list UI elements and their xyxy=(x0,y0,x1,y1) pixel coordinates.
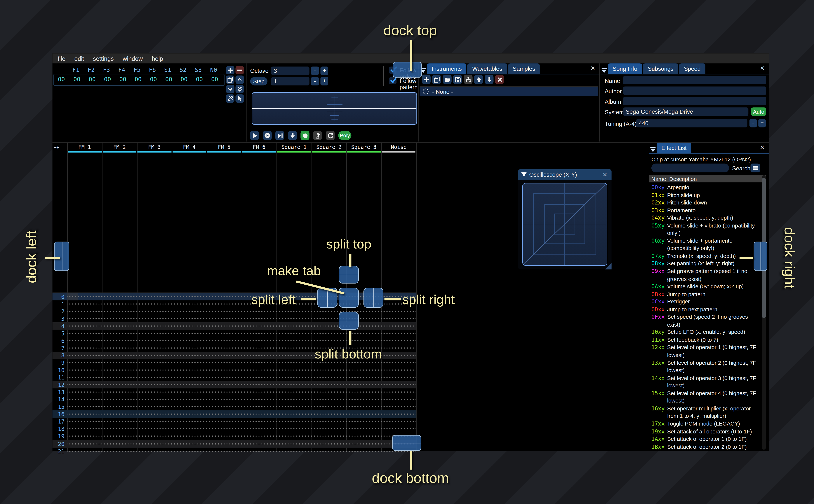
effect-row-05xy[interactable]: 05xy Volume slide + vibrato (compatibili… xyxy=(649,222,761,237)
effect-row-09xx[interactable]: 09xx Set groove pattern (speed 1 if no g… xyxy=(649,267,761,283)
divider[interactable] xyxy=(600,63,600,141)
effect-row-02xx[interactable]: 02xx Pitch slide down xyxy=(649,199,761,206)
tuning-plus-button[interactable]: + xyxy=(758,119,766,127)
metronome-button[interactable] xyxy=(313,131,322,140)
copy-button[interactable] xyxy=(432,75,441,84)
effect-row-03xx[interactable]: 03xx Portamento xyxy=(649,206,761,214)
order-column-F6[interactable]: F6 xyxy=(145,67,160,73)
author-field[interactable] xyxy=(623,86,766,95)
tuning-input[interactable]: 440 xyxy=(636,119,747,127)
order-cell[interactable]: 00 xyxy=(85,76,100,83)
pattern-row-15[interactable]: 15 xyxy=(53,403,417,411)
name-field[interactable] xyxy=(623,76,766,85)
effect-row-1Bxx[interactable]: 1Bxx Set attack of operator 2 (0 to 1F) xyxy=(649,443,761,450)
pattern-corner[interactable]: ++ xyxy=(53,145,59,150)
dock-bottom-button[interactable] xyxy=(392,435,421,451)
close-icon[interactable]: ✕ xyxy=(760,144,765,151)
empty-note-cells[interactable] xyxy=(67,425,416,433)
octave-input[interactable]: 3 xyxy=(271,67,309,75)
step-label[interactable]: Step xyxy=(250,77,267,85)
empty-note-cells[interactable] xyxy=(67,315,416,322)
pattern-row-10[interactable]: 10 xyxy=(53,366,417,374)
split-top-button[interactable] xyxy=(339,266,359,284)
empty-note-cells[interactable] xyxy=(67,381,416,389)
record-button[interactable] xyxy=(300,131,309,140)
order-cell[interactable]: 00 xyxy=(115,76,130,83)
channel-header-fm-2[interactable]: FM 2 xyxy=(102,143,137,154)
pattern-row-12[interactable]: 12 xyxy=(53,381,417,389)
folder-open-button[interactable] xyxy=(443,75,452,84)
arrow-up-button[interactable] xyxy=(474,75,483,84)
order-cell[interactable]: 00 xyxy=(192,76,207,83)
empty-note-cells[interactable] xyxy=(67,307,416,315)
chevron-up-button[interactable] xyxy=(235,76,244,84)
repeat-button[interactable] xyxy=(326,131,334,140)
order-column-F5[interactable]: F5 xyxy=(129,67,145,73)
plus-button[interactable] xyxy=(226,66,234,75)
resize-grip[interactable] xyxy=(605,263,612,269)
empty-note-cells[interactable] xyxy=(67,322,416,330)
make-tab-button[interactable] xyxy=(339,288,359,308)
minus-button[interactable] xyxy=(235,66,244,75)
effect-row-15xx[interactable]: 15xx Set level of operator 4 (0 highest,… xyxy=(649,389,761,405)
effect-row-08xy[interactable]: 08xy Set panning (x: left; y: right) xyxy=(649,260,761,267)
effect-row-04xy[interactable]: 04xy Vibrato (x: speed; y: depth) xyxy=(649,214,761,221)
tab-instruments[interactable]: Instruments xyxy=(427,63,467,74)
order-column-F4[interactable]: F4 xyxy=(114,67,129,73)
empty-note-cells[interactable] xyxy=(67,411,416,418)
search-input[interactable] xyxy=(651,164,729,172)
octave-minus-button[interactable]: - xyxy=(311,67,319,75)
empty-note-cells[interactable] xyxy=(67,374,416,381)
effect-row-0Bxx[interactable]: 0Bxx Jump to pattern xyxy=(649,290,761,298)
instrument-list-item[interactable]: - None - xyxy=(420,87,598,96)
menu-item-file[interactable]: file xyxy=(58,55,65,62)
menu-icon[interactable] xyxy=(751,164,760,172)
empty-note-cells[interactable] xyxy=(67,330,416,337)
system-select[interactable]: Sega Genesis/Mega Drive xyxy=(623,107,748,116)
order-column-S1[interactable]: S1 xyxy=(160,67,175,73)
split-bottom-button[interactable] xyxy=(339,312,359,330)
play-row-button[interactable] xyxy=(275,131,284,140)
arrow-down-button[interactable] xyxy=(485,75,494,84)
channel-header-fm-5[interactable]: FM 5 xyxy=(207,143,242,154)
scrollbar[interactable] xyxy=(762,175,766,450)
empty-note-cells[interactable] xyxy=(67,440,416,447)
pattern-row-16[interactable]: 16 xyxy=(53,411,417,418)
pattern-row-1[interactable]: 1 xyxy=(53,300,417,307)
play-circle-button[interactable] xyxy=(263,131,271,140)
octave-plus-button[interactable]: + xyxy=(320,67,328,75)
split-right-button[interactable] xyxy=(363,288,383,308)
pattern-row-21[interactable]: 21 xyxy=(53,447,417,455)
menu-item-help[interactable]: help xyxy=(152,55,163,62)
effect-row-11xx[interactable]: 11xx Set feedback (0 to 7) xyxy=(649,336,761,344)
pattern-row-14[interactable]: 14 xyxy=(53,396,417,403)
effect-row-1Axx[interactable]: 1Axx Set attack of operator 1 (0 to 1F) xyxy=(649,435,761,443)
effect-row-00xy[interactable]: 00xy Arpeggio xyxy=(649,183,761,191)
step-minus-button[interactable]: - xyxy=(311,77,319,85)
play-button[interactable] xyxy=(250,131,259,140)
tab-effect-list[interactable]: Effect List xyxy=(657,143,691,153)
pattern-row-17[interactable]: 17 xyxy=(53,418,417,425)
order-cell[interactable]: 00 xyxy=(161,76,176,83)
collapse-icon[interactable] xyxy=(521,172,527,177)
pattern-row-20[interactable]: 20 xyxy=(53,440,417,447)
pattern-row-11[interactable]: 11 xyxy=(53,374,417,381)
divider[interactable] xyxy=(246,63,246,141)
channel-header-fm-3[interactable]: FM 3 xyxy=(137,143,172,154)
pattern-row-0[interactable]: 0 xyxy=(53,293,417,300)
empty-note-cells[interactable] xyxy=(67,403,416,411)
close-icon[interactable]: ✕ xyxy=(590,65,595,72)
cursor-button[interactable] xyxy=(235,94,244,103)
effect-row-01xx[interactable]: 01xx Pitch slide up xyxy=(649,191,761,199)
close-icon[interactable]: ✕ xyxy=(760,65,765,72)
dock-top-button[interactable] xyxy=(393,62,422,78)
tuning-minus-button[interactable]: - xyxy=(750,119,757,127)
tab-wavetables[interactable]: Wavetables xyxy=(468,63,507,74)
unlink-button[interactable] xyxy=(226,94,234,103)
effect-row-0Cxx[interactable]: 0Cxx Retrigger xyxy=(649,298,761,305)
tab-samples[interactable]: Samples xyxy=(508,63,540,74)
empty-note-cells[interactable] xyxy=(67,418,416,425)
menu-item-settings[interactable]: settings xyxy=(93,55,114,62)
effect-row-17xx[interactable]: 17xx Toggle PCM mode (LEGACY) xyxy=(649,420,761,427)
empty-note-cells[interactable] xyxy=(67,337,416,344)
